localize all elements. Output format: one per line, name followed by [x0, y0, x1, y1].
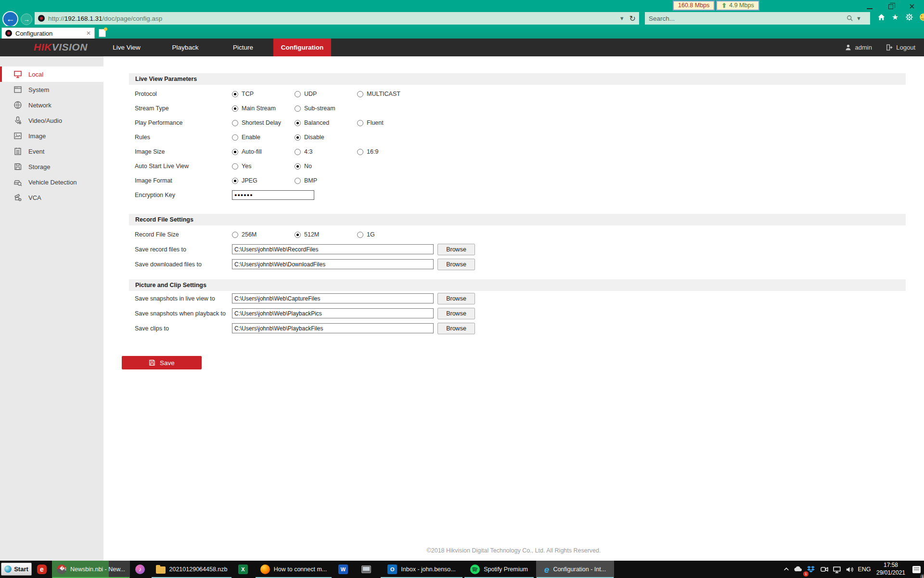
- radio-option-1g[interactable]: 1G: [357, 231, 420, 238]
- radio-option-yes[interactable]: Yes: [232, 163, 295, 170]
- radio-button[interactable]: [357, 91, 363, 97]
- radio-button[interactable]: [295, 120, 301, 126]
- browser-tab[interactable]: Configuration ✕: [1, 27, 95, 39]
- tray-clock[interactable]: 17:5829/01/2021: [873, 561, 909, 578]
- settings-gear-icon[interactable]: [905, 13, 913, 21]
- taskbar-icon-itunes[interactable]: ♪: [132, 561, 148, 578]
- taskbar-task-firefox[interactable]: How to connect m...: [255, 561, 332, 578]
- radio-option-bmp[interactable]: BMP: [295, 177, 357, 184]
- record-files-path-input[interactable]: [232, 244, 434, 254]
- home-icon[interactable]: [877, 13, 886, 21]
- browse-record-files-button[interactable]: Browse: [437, 244, 475, 255]
- back-button[interactable]: ←: [2, 11, 18, 27]
- new-tab-button[interactable]: [99, 29, 106, 37]
- sidebar-item-system[interactable]: System: [0, 82, 103, 97]
- tray-language-indicator[interactable]: ENG: [857, 561, 872, 578]
- radio-button[interactable]: [357, 232, 363, 238]
- radio-button[interactable]: [295, 134, 301, 141]
- tray-chevron-up-icon[interactable]: [781, 561, 792, 578]
- snapshots-live-path-input[interactable]: [232, 293, 434, 303]
- sidebar-item-image[interactable]: Image: [0, 128, 103, 144]
- radio-option-512m[interactable]: 512M: [295, 231, 357, 238]
- feedback-smiley-icon[interactable]: [919, 13, 924, 21]
- search-box[interactable]: Search... ▼: [645, 12, 870, 25]
- browse-clips-button[interactable]: Browse: [437, 323, 475, 334]
- save-button[interactable]: Save: [122, 356, 202, 369]
- radio-button[interactable]: [232, 134, 238, 141]
- tray-meet-now-icon[interactable]: [818, 561, 831, 578]
- taskbar-task-outlook[interactable]: O Inbox - john.benso...: [380, 561, 463, 578]
- tray-onedrive-cloud-icon[interactable]: [792, 561, 805, 578]
- radio-option-fluent[interactable]: Fluent: [357, 119, 420, 126]
- radio-button[interactable]: [232, 149, 238, 155]
- nav-configuration[interactable]: Configuration: [273, 39, 331, 56]
- nav-picture[interactable]: Picture: [217, 39, 270, 56]
- logout-button[interactable]: Logout: [886, 39, 915, 56]
- minimize-button[interactable]: [862, 2, 877, 12]
- clips-path-input[interactable]: [232, 323, 434, 333]
- url-text[interactable]: http://192.168.1.31/doc/page/config.asp: [48, 15, 162, 22]
- radio-option-4-3[interactable]: 4:3: [295, 148, 357, 155]
- taskbar-icon-utility-app[interactable]: [356, 561, 376, 578]
- taskbar-icon-red-e-app[interactable]: e: [34, 561, 50, 578]
- radio-option-jpeg[interactable]: JPEG: [232, 177, 295, 184]
- sidebar-item-video-audio[interactable]: Video/Audio: [0, 113, 103, 128]
- radio-option-16-9[interactable]: 16:9: [357, 148, 420, 155]
- sidebar-item-local[interactable]: Local: [0, 66, 103, 82]
- sidebar-item-vehicle-detection[interactable]: Vehicle Detection: [0, 174, 103, 190]
- start-button[interactable]: Start: [1, 563, 32, 576]
- radio-button[interactable]: [232, 91, 238, 97]
- radio-option-balanced[interactable]: Balanced: [295, 119, 357, 126]
- url-dropdown-icon[interactable]: ▼: [619, 15, 625, 21]
- radio-button[interactable]: [232, 163, 238, 170]
- radio-button[interactable]: [357, 120, 363, 126]
- sidebar-item-network[interactable]: Network: [0, 97, 103, 113]
- radio-button[interactable]: [232, 105, 238, 112]
- downloaded-files-path-input[interactable]: [232, 259, 434, 269]
- refresh-icon[interactable]: ↻: [629, 14, 636, 23]
- radio-option-udp[interactable]: UDP: [295, 91, 357, 97]
- browse-snapshots-playback-button[interactable]: Browse: [437, 308, 475, 319]
- radio-option-disable[interactable]: Disable: [295, 134, 357, 141]
- radio-button[interactable]: [232, 120, 238, 126]
- close-button[interactable]: ✕: [905, 2, 919, 12]
- radio-option-256m[interactable]: 256M: [232, 231, 295, 238]
- notification-center-button[interactable]: 1: [910, 561, 923, 578]
- tray-network-icon[interactable]: [831, 561, 843, 578]
- taskbar-task-newsbin[interactable]: Newsbin.nbi - New...: [52, 561, 130, 578]
- taskbar-task-ie-active[interactable]: e Configuration - Int...: [536, 561, 614, 578]
- radio-button[interactable]: [295, 105, 301, 112]
- radio-button[interactable]: [295, 149, 301, 155]
- tray-dropbox-icon[interactable]: 1: [805, 561, 817, 578]
- search-dropdown-icon[interactable]: ▼: [856, 15, 861, 21]
- sidebar-item-event[interactable]: Event: [0, 144, 103, 159]
- radio-button[interactable]: [295, 91, 301, 97]
- taskbar-task-spotify[interactable]: Spotify Premium: [464, 561, 534, 578]
- radio-button[interactable]: [295, 163, 301, 170]
- sidebar-item-storage[interactable]: Storage: [0, 159, 103, 174]
- radio-button[interactable]: [295, 232, 301, 238]
- encryption-key-input[interactable]: [232, 190, 314, 200]
- radio-button[interactable]: [357, 149, 363, 155]
- radio-option-sub-stream[interactable]: Sub-stream: [295, 105, 357, 112]
- favorites-star-icon[interactable]: ★: [891, 13, 899, 21]
- forward-button[interactable]: →: [21, 13, 32, 25]
- tab-close-icon[interactable]: ✕: [86, 30, 91, 37]
- browse-snapshots-live-button[interactable]: Browse: [437, 293, 475, 304]
- radio-option-main-stream[interactable]: Main Stream: [232, 105, 295, 112]
- snapshots-playback-path-input[interactable]: [232, 308, 434, 318]
- radio-option-shortest-delay[interactable]: Shortest Delay: [232, 119, 295, 126]
- sidebar-item-vca[interactable]: VCA: [0, 190, 103, 205]
- search-icon[interactable]: [847, 15, 853, 22]
- browse-downloaded-files-button[interactable]: Browse: [437, 259, 475, 270]
- tray-volume-icon[interactable]: [843, 561, 856, 578]
- taskbar-task-nzb-folder[interactable]: 20210129064458.nzb: [151, 561, 232, 578]
- taskbar-icon-excel[interactable]: X: [234, 561, 252, 578]
- radio-option-multicast[interactable]: MULTICAST: [357, 91, 420, 97]
- taskbar-icon-word[interactable]: W: [334, 561, 352, 578]
- radio-button[interactable]: [232, 232, 238, 238]
- radio-option-tcp[interactable]: TCP: [232, 91, 295, 97]
- address-bar[interactable]: http://192.168.1.31/doc/page/config.asp …: [35, 12, 639, 25]
- restore-button[interactable]: [884, 2, 898, 12]
- radio-option-no[interactable]: No: [295, 163, 357, 170]
